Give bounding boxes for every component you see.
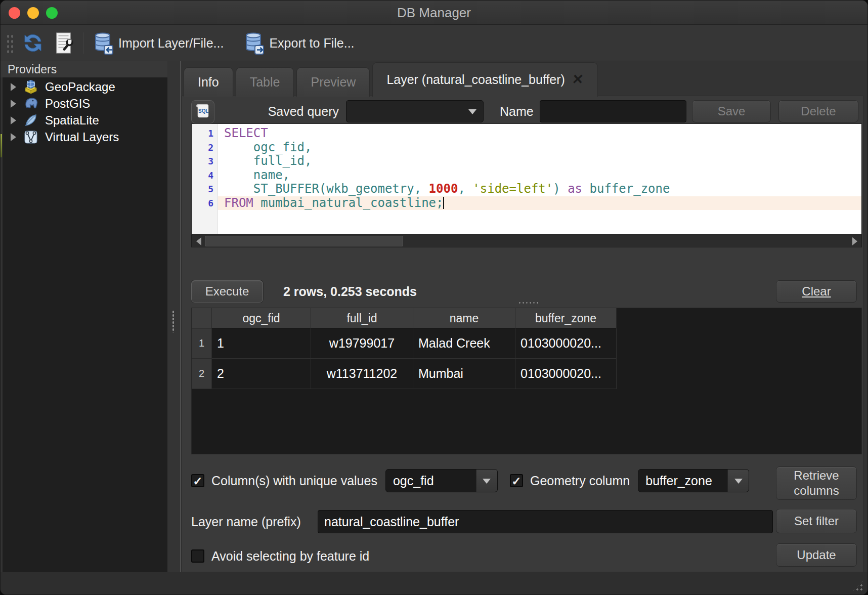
refresh-button[interactable] (21, 31, 45, 55)
code-line: ST_BUFFER(wkb_geometry, 1000, 'side=left… (218, 182, 861, 196)
sidebar-item-label: GeoPackage (45, 80, 115, 94)
code-line: full_id, (218, 154, 861, 168)
results-table-header: ogc_fidfull_idnamebuffer_zone (192, 308, 861, 328)
postgis-icon (23, 96, 38, 111)
execute-button[interactable]: Execute (191, 280, 263, 303)
tab-info[interactable]: Info (184, 67, 233, 97)
virtual-layers-icon (23, 130, 38, 145)
main-panel: Info Table Preview Layer (natural_coastl… (181, 61, 867, 573)
row-number[interactable]: 2 (192, 359, 212, 389)
save-button[interactable]: Save (692, 100, 771, 122)
editor-line: 4 name, (192, 168, 861, 183)
geometry-column-combo-arrow[interactable] (727, 470, 749, 492)
corner-header-cell[interactable] (192, 308, 212, 328)
table-row[interactable]: 2 2w113711202Mumbai0103000020... (192, 359, 861, 389)
line-number: 1 (192, 126, 218, 141)
column-header-buffer_zone[interactable]: buffer_zone (515, 308, 617, 328)
code-line: SELECT (218, 126, 861, 141)
cell-buffer_zone[interactable]: 0103000020... (515, 328, 617, 359)
results-table-body: 1 1w19799017Malad Creek0103000020... 2 2… (192, 328, 861, 389)
export-file-button[interactable]: Export to File... (242, 31, 354, 55)
editor-horizontal-scrollbar[interactable] (191, 235, 862, 247)
chevron-down-icon (483, 479, 491, 488)
delete-button[interactable]: Delete (778, 100, 858, 122)
checkmark-icon: ✓ (511, 475, 521, 488)
column-resize-handle[interactable] (518, 302, 538, 304)
cell-ogc_fid[interactable]: 1 (212, 328, 311, 359)
update-button[interactable]: Update (776, 543, 857, 567)
sidebar-item-label: Virtual Layers (45, 130, 119, 144)
unique-values-label: Column(s) with unique values (211, 474, 377, 488)
unique-column-combo-arrow[interactable] (476, 470, 497, 492)
saved-query-combo[interactable] (346, 100, 484, 122)
tab-preview[interactable]: Preview (296, 67, 370, 97)
minimize-window-button[interactable] (27, 7, 39, 19)
close-tab-icon[interactable]: ✕ (572, 73, 584, 87)
column-header-ogc_fid[interactable]: ogc_fid (212, 308, 311, 328)
sidebar-item-geopackage[interactable]: GeoPackage (3, 78, 167, 95)
sql-editor[interactable]: 1 SELECT 2 ogc_fid, 3 full_id, 4 name, 5… (191, 123, 862, 235)
clear-button[interactable]: Clear (776, 280, 857, 303)
layer-name-field[interactable] (318, 510, 773, 533)
cell-name[interactable]: Malad Creek (413, 328, 515, 359)
window-resize-grip[interactable] (851, 579, 864, 592)
table-row[interactable]: 1 1w19799017Malad Creek0103000020... (192, 328, 861, 359)
import-layer-button[interactable]: Import Layer/File... (91, 31, 224, 55)
close-window-button[interactable] (9, 7, 20, 19)
svg-text:SQL: SQL (198, 108, 209, 114)
line-number: 6 (192, 196, 218, 210)
line-number: 5 (192, 182, 218, 196)
sql-window-button[interactable] (52, 31, 75, 55)
zoom-window-button[interactable] (46, 7, 58, 19)
window-title: DB Manager (1, 1, 867, 25)
spatialite-icon (23, 113, 38, 128)
splitter-handle[interactable] (172, 310, 175, 332)
cell-buffer_zone[interactable]: 0103000020... (515, 359, 617, 389)
layer-name-label: Layer name (prefix) (191, 515, 311, 529)
set-filter-button[interactable]: Set filter (776, 509, 857, 533)
toolbar: Import Layer/File... Export to File... (1, 25, 867, 61)
editor-line: 6 FROM mumbai_natural_coastline; (192, 196, 861, 210)
scrollbar-track[interactable] (204, 235, 849, 247)
geometry-column-checkbox[interactable]: ✓ (510, 474, 523, 487)
scrollbar-thumb[interactable] (205, 236, 403, 246)
scroll-right-button[interactable] (849, 235, 861, 247)
unique-values-checkbox[interactable]: ✓ (191, 474, 204, 487)
cell-full_id[interactable]: w19799017 (311, 328, 413, 359)
toolbar-drag-handle[interactable] (6, 33, 14, 53)
expand-arrow-icon[interactable] (11, 83, 16, 91)
avoid-fid-checkbox[interactable]: ✓ (191, 549, 204, 563)
geometry-column-combo[interactable]: buffer_zone (638, 469, 749, 492)
cell-ogc_fid[interactable]: 2 (212, 359, 311, 389)
sidebar-item-virtual-layers[interactable]: Virtual Layers (3, 129, 167, 145)
saved-query-button[interactable]: SQL (191, 100, 214, 123)
saved-query-combo-arrow[interactable] (462, 101, 483, 122)
providers-panel-header: Providers (1, 61, 167, 77)
tab-table[interactable]: Table (236, 67, 294, 97)
checkmark-icon: ✓ (193, 475, 202, 488)
cell-name[interactable]: Mumbai (413, 359, 515, 389)
unique-column-value: ogc_fid (386, 470, 476, 492)
import-database-icon (91, 31, 115, 55)
name-field[interactable] (540, 100, 686, 122)
scroll-left-button[interactable] (192, 235, 204, 247)
tab-layer-natural-coastline-buffer[interactable]: Layer (natural_coastline_buffer) ✕ (372, 62, 597, 97)
retrieve-columns-button[interactable]: Retrieve columns (776, 466, 857, 500)
export-database-icon (242, 31, 266, 55)
unique-column-combo[interactable]: ogc_fid (385, 469, 498, 492)
arrow-left-icon (192, 237, 201, 245)
panel-splitter[interactable] (167, 61, 181, 573)
row-number[interactable]: 1 (192, 328, 212, 359)
cell-full_id[interactable]: w113711202 (311, 359, 413, 389)
expand-arrow-icon[interactable] (11, 100, 16, 108)
column-header-full_id[interactable]: full_id (311, 308, 413, 328)
sidebar-item-label: SpatiaLite (45, 113, 99, 128)
import-layer-label: Import Layer/File... (118, 36, 224, 51)
sidebar-item-postgis[interactable]: PostGIS (3, 95, 167, 112)
expand-arrow-icon[interactable] (11, 133, 16, 141)
sidebar-item-spatialite[interactable]: SpatiaLite (3, 112, 167, 129)
code-line: ogc_fid, (218, 141, 861, 155)
line-number: 2 (192, 141, 218, 155)
column-header-name[interactable]: name (413, 308, 515, 328)
expand-arrow-icon[interactable] (11, 116, 16, 124)
